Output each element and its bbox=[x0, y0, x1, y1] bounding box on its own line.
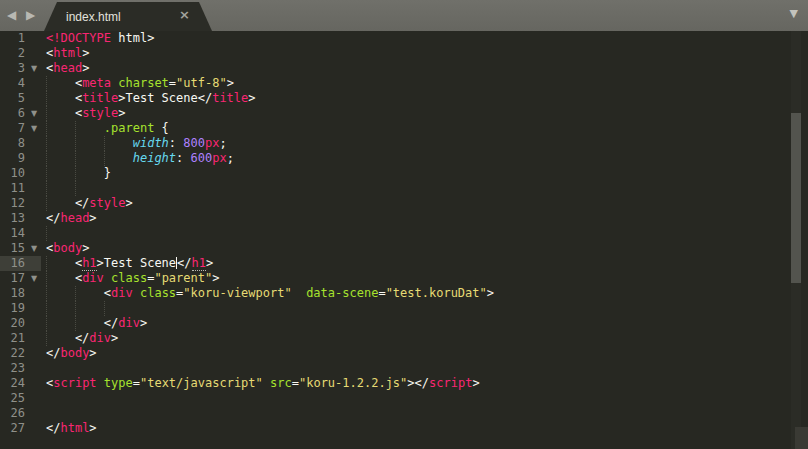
token-tag: head bbox=[60, 211, 89, 225]
token-p: > bbox=[82, 46, 89, 60]
code-line[interactable]: 3▼<head> bbox=[0, 61, 808, 76]
code-line[interactable]: 17▼ <div class="parent"> bbox=[0, 271, 808, 286]
code-text: height: 600px; bbox=[46, 151, 234, 166]
code-line[interactable]: 11 bbox=[0, 181, 808, 196]
code-line[interactable]: 12 </style> bbox=[0, 196, 808, 211]
prev-tab-icon[interactable]: ◀ bbox=[7, 8, 18, 22]
token-attr: class bbox=[140, 286, 176, 300]
code-text: <head> bbox=[46, 61, 89, 76]
token-tag: body bbox=[53, 241, 82, 255]
fold-arrow-icon[interactable]: ▼ bbox=[31, 121, 37, 136]
code-text: <meta charset="utf-8"> bbox=[46, 76, 234, 91]
code-text: <html> bbox=[46, 46, 89, 61]
line-number: 4 bbox=[0, 76, 25, 91]
tab-title: index.html bbox=[66, 10, 121, 24]
code-line[interactable]: 25 bbox=[0, 391, 808, 406]
line-number: 18 bbox=[0, 286, 25, 301]
token-p bbox=[46, 151, 133, 165]
token-num: 600 bbox=[191, 151, 213, 165]
code-text: </style> bbox=[46, 196, 133, 211]
token-tag: style bbox=[82, 106, 118, 120]
token-p: < bbox=[46, 106, 82, 120]
token-p bbox=[46, 121, 104, 135]
token-tag: title bbox=[82, 91, 118, 105]
code-line[interactable]: 19 bbox=[0, 301, 808, 316]
code-text: <div class="koru-viewport" data-scene="t… bbox=[46, 286, 494, 301]
token-p: > bbox=[82, 61, 89, 75]
token-p: } bbox=[46, 166, 111, 180]
code-line[interactable]: 27</html> bbox=[0, 421, 808, 436]
token-p: ></ bbox=[407, 376, 429, 390]
code-line[interactable]: 16 <h1>Test Scene</h1> bbox=[0, 256, 808, 271]
fold-arrow-icon[interactable]: ▼ bbox=[31, 61, 37, 76]
code-line[interactable]: 26 bbox=[0, 406, 808, 421]
code-line[interactable]: 15▼<body> bbox=[0, 241, 808, 256]
token-p: > bbox=[89, 211, 96, 225]
line-number: 24 bbox=[0, 376, 25, 391]
token-p: > bbox=[140, 316, 147, 330]
fold-arrow-icon[interactable]: ▼ bbox=[31, 271, 37, 286]
line-number: 13 bbox=[0, 211, 25, 226]
indent-guide bbox=[46, 226, 47, 241]
code-line[interactable]: 24<script type="text/javascript" src="ko… bbox=[0, 376, 808, 391]
token-p: >Test Scene</ bbox=[118, 91, 212, 105]
indent-guide bbox=[46, 301, 47, 316]
code-line[interactable]: 5 <title>Test Scene</title> bbox=[0, 91, 808, 106]
token-tag: script bbox=[53, 376, 96, 390]
line-number: 14 bbox=[0, 226, 25, 241]
token-p: > bbox=[89, 346, 96, 360]
fold-arrow-icon[interactable]: ▼ bbox=[31, 106, 37, 121]
code-line[interactable]: 21 </div> bbox=[0, 331, 808, 346]
token-p bbox=[97, 376, 104, 390]
code-line[interactable]: 9 height: 600px; bbox=[0, 151, 808, 166]
vertical-scrollbar-thumb[interactable] bbox=[791, 113, 801, 283]
token-p: > bbox=[82, 241, 89, 255]
token-attr: src bbox=[270, 376, 292, 390]
token-tag: div bbox=[89, 331, 111, 345]
token-tag: body bbox=[60, 346, 89, 360]
indent-guide bbox=[75, 181, 76, 196]
tab-bar: ◀ ▶ index.html × ▼ bbox=[0, 0, 808, 31]
code-line[interactable]: 8 width: 800px; bbox=[0, 136, 808, 151]
code-line[interactable]: 6▼ <style> bbox=[0, 106, 808, 121]
line-number: 21 bbox=[0, 331, 25, 346]
code-line[interactable]: 14 bbox=[0, 226, 808, 241]
code-line[interactable]: 7▼ .parent { bbox=[0, 121, 808, 136]
code-text: <style> bbox=[46, 106, 125, 121]
overflow-menu-icon[interactable]: ▼ bbox=[790, 7, 798, 20]
token-p: > bbox=[206, 256, 213, 270]
code-line[interactable]: 22</body> bbox=[0, 346, 808, 361]
code-line[interactable]: 1<!DOCTYPE html> bbox=[0, 31, 808, 46]
token-p: </ bbox=[46, 331, 89, 345]
close-icon[interactable]: × bbox=[179, 7, 190, 22]
code-text: </html> bbox=[46, 421, 97, 436]
token-tag: div bbox=[111, 286, 133, 300]
code-line[interactable]: 20 </div> bbox=[0, 316, 808, 331]
code-line[interactable]: 4 <meta charset="utf-8"> bbox=[0, 76, 808, 91]
token-p: < bbox=[46, 286, 111, 300]
code-text: <script type="text/javascript" src="koru… bbox=[46, 376, 480, 391]
line-number: 1 bbox=[0, 31, 25, 46]
token-p: ; bbox=[219, 136, 226, 150]
token-p: </ bbox=[177, 256, 191, 270]
code-line[interactable]: 2<html> bbox=[0, 46, 808, 61]
line-number: 23 bbox=[0, 361, 25, 376]
token-p: < bbox=[46, 91, 82, 105]
code-line[interactable]: 10 } bbox=[0, 166, 808, 181]
tab-index-html[interactable]: index.html × bbox=[44, 2, 212, 31]
token-str: "text/javascript" bbox=[140, 376, 263, 390]
code-editor[interactable]: 1<!DOCTYPE html>2<html>3▼<head>4 <meta c… bbox=[0, 31, 808, 449]
fold-arrow-icon[interactable]: ▼ bbox=[31, 241, 37, 256]
next-tab-icon[interactable]: ▶ bbox=[26, 8, 37, 22]
token-tag: html bbox=[60, 421, 89, 435]
token-p: > bbox=[118, 106, 125, 120]
code-line[interactable]: 23 bbox=[0, 361, 808, 376]
code-line[interactable]: 18 <div class="koru-viewport" data-scene… bbox=[0, 286, 808, 301]
token-tag: meta bbox=[82, 76, 111, 90]
token-tag: html bbox=[53, 46, 82, 60]
token-p: < bbox=[46, 256, 82, 270]
line-number: 20 bbox=[0, 316, 25, 331]
token-p: ; bbox=[227, 151, 234, 165]
code-line[interactable]: 13</head> bbox=[0, 211, 808, 226]
token-p: > bbox=[487, 286, 494, 300]
